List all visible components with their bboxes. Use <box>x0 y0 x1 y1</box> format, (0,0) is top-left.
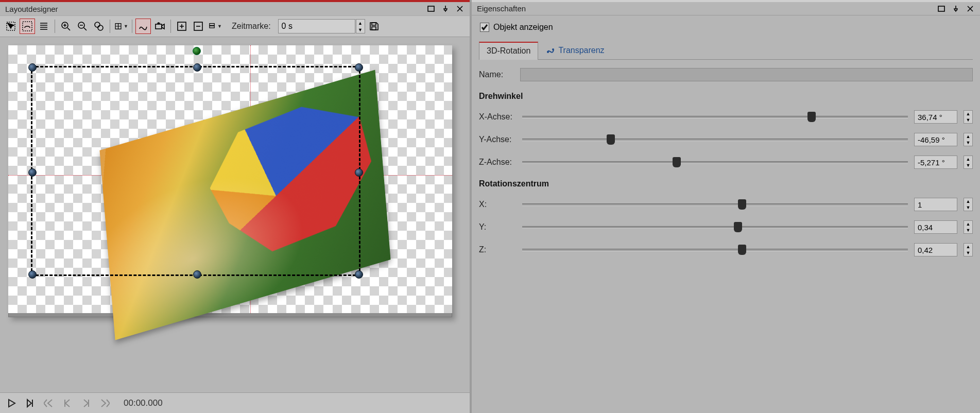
layout-title: Layoutdesigner <box>5 5 58 13</box>
z-angle-row: Z-Achse: -5,271 ° ▲▼ <box>479 156 973 169</box>
x-angle-row: X-Achse: 36,74 ° ▲▼ <box>479 110 973 124</box>
svg-rect-10 <box>210 24 214 26</box>
tab-transparency[interactable]: Transparenz <box>538 41 612 59</box>
layout-toolbar: Zeitmarke: 0 s ▲▼ <box>0 15 470 37</box>
layout-titlebar: Layoutdesigner <box>0 0 470 15</box>
rotation-handle[interactable] <box>193 47 201 55</box>
select-tool-icon[interactable] <box>3 19 19 34</box>
center-z-slider[interactable] <box>522 245 908 254</box>
svg-rect-14 <box>938 6 944 11</box>
properties-titlebar: Eigenschaften <box>472 0 980 15</box>
svg-rect-13 <box>372 27 376 30</box>
pin-icon[interactable] <box>440 3 451 14</box>
show-object-row: Objekt anzeigen <box>479 21 973 37</box>
center-y-slider[interactable] <box>522 222 908 232</box>
properties-panel: Eigenschaften Objekt anzeigen 3D-Rotatio… <box>470 0 980 413</box>
show-object-label: Objekt anzeigen <box>493 23 553 32</box>
selection-box[interactable] <box>31 66 360 276</box>
zeitmarke-spinner[interactable]: ▲▼ <box>356 19 365 33</box>
handle-n[interactable] <box>193 63 201 72</box>
z-angle-slider[interactable] <box>522 158 908 167</box>
camera-tool-icon[interactable] <box>152 19 167 34</box>
show-object-checkbox[interactable] <box>480 23 489 32</box>
maximize-icon[interactable] <box>936 3 947 14</box>
svg-point-6 <box>98 25 103 30</box>
center-z-spinner[interactable]: ▲▼ <box>964 243 973 256</box>
center-x-label: X: <box>479 200 516 209</box>
name-label: Name: <box>479 70 515 79</box>
play-step-icon[interactable] <box>24 397 37 410</box>
x-angle-spinner[interactable]: ▲▼ <box>964 110 973 124</box>
y-angle-slider[interactable] <box>522 135 908 144</box>
center-z-value[interactable]: 0,42 <box>914 243 957 256</box>
handle-nw[interactable] <box>28 63 37 72</box>
handle-se[interactable] <box>355 270 363 279</box>
svg-rect-11 <box>210 26 214 28</box>
name-input[interactable] <box>520 68 973 81</box>
handle-e[interactable] <box>355 168 363 177</box>
zeitmarke-value: 0 s <box>282 22 293 31</box>
canvas[interactable] <box>8 45 452 313</box>
lasso-tool-icon[interactable] <box>20 19 35 34</box>
handle-sw[interactable] <box>28 270 37 279</box>
next-frame-icon[interactable] <box>79 397 93 410</box>
svg-rect-7 <box>156 24 162 29</box>
close-icon[interactable] <box>454 3 466 14</box>
svg-point-15 <box>547 51 549 53</box>
tab-3d-rotation-label: 3D-Rotation <box>487 46 530 56</box>
x-angle-value[interactable]: 36,74 ° <box>914 110 957 124</box>
handle-ne[interactable] <box>355 63 363 72</box>
transparency-icon <box>546 46 555 55</box>
layout-designer-panel: Layoutdesigner Zeitmarke: 0 s ▲▼ <box>0 0 470 413</box>
zoom-in-icon[interactable] <box>58 19 74 34</box>
skip-end-icon[interactable] <box>98 397 111 410</box>
canvas-area <box>0 37 470 392</box>
x-angle-slider[interactable] <box>522 112 908 122</box>
svg-point-16 <box>552 48 554 50</box>
handle-s[interactable] <box>193 270 201 279</box>
property-tabs: 3D-Rotation Transparenz <box>479 41 973 60</box>
add-frame-icon[interactable] <box>174 19 190 34</box>
prev-frame-icon[interactable] <box>61 397 74 410</box>
save-icon[interactable] <box>366 19 382 34</box>
z-angle-value[interactable]: -5,271 ° <box>914 156 957 169</box>
grid-dropdown-icon[interactable] <box>113 19 129 34</box>
zoom-fit-icon[interactable] <box>91 19 107 34</box>
play-icon[interactable] <box>5 397 19 410</box>
close-icon[interactable] <box>965 3 976 14</box>
y-angle-row: Y-Achse: -46,59 ° ▲▼ <box>479 133 973 146</box>
center-x-spinner[interactable]: ▲▼ <box>964 198 973 211</box>
center-y-spinner[interactable]: ▲▼ <box>964 220 973 234</box>
skip-start-icon[interactable] <box>42 397 56 410</box>
zoom-out-icon[interactable] <box>75 19 90 34</box>
pin-icon[interactable] <box>950 3 961 14</box>
remove-frame-icon[interactable] <box>191 19 206 34</box>
zeitmarke-input[interactable]: 0 s <box>278 19 355 33</box>
zeitmarke-label: Zeitmarke: <box>229 15 274 37</box>
center-x-slider[interactable] <box>522 200 908 209</box>
playback-bar: 00:00.000 <box>0 392 470 413</box>
center-z-row: Z: 0,42 ▲▼ <box>479 243 973 256</box>
center-x-row: X: 1 ▲▼ <box>479 198 973 211</box>
center-x-value[interactable]: 1 <box>914 198 957 211</box>
properties-title: Eigenschaften <box>477 4 526 13</box>
center-section-header: Rotationszentrum <box>479 179 973 188</box>
y-angle-value[interactable]: -46,59 ° <box>914 133 957 146</box>
handle-w[interactable] <box>28 168 37 177</box>
path-tool-icon[interactable] <box>135 19 151 34</box>
center-y-label: Y: <box>479 222 516 232</box>
layers-dropdown-icon[interactable] <box>207 19 222 34</box>
center-y-value[interactable]: 0,34 <box>914 220 957 234</box>
y-angle-label: Y-Achse: <box>479 135 516 144</box>
z-angle-spinner[interactable]: ▲▼ <box>964 156 973 169</box>
maximize-icon[interactable] <box>425 3 437 14</box>
y-angle-spinner[interactable]: ▲▼ <box>964 133 973 146</box>
svg-rect-0 <box>428 6 434 11</box>
svg-point-5 <box>95 22 100 27</box>
tab-transparency-label: Transparenz <box>558 46 604 55</box>
svg-rect-12 <box>372 23 376 25</box>
tab-3d-rotation[interactable]: 3D-Rotation <box>479 42 538 60</box>
x-angle-label: X-Achse: <box>479 112 516 122</box>
list-tool-icon[interactable] <box>36 19 51 34</box>
z-angle-label: Z-Achse: <box>479 158 516 167</box>
